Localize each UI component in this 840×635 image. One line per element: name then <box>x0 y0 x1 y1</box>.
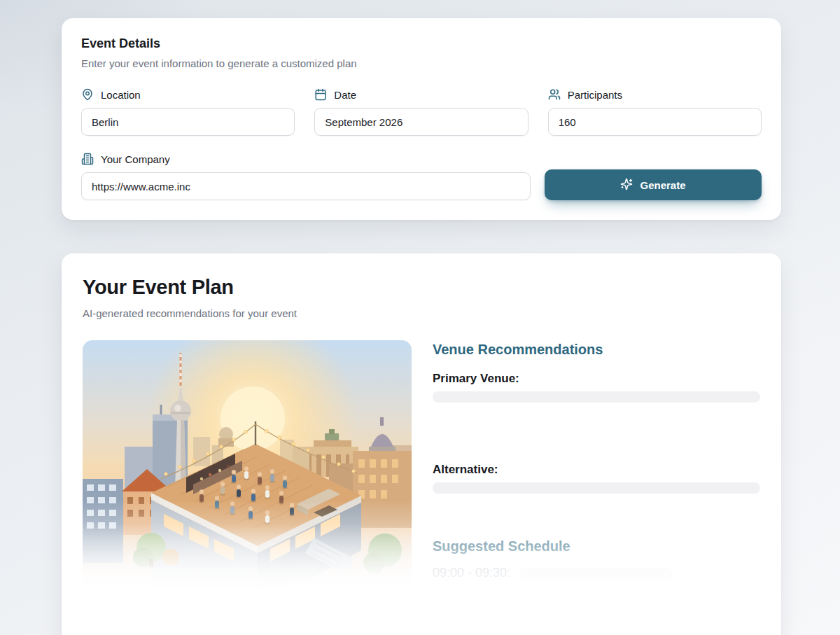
generate-button[interactable]: Generate <box>545 169 762 200</box>
building-icon <box>81 153 94 165</box>
primary-venue-label: Primary Venue: <box>433 372 760 386</box>
event-plan-title: Your Event Plan <box>83 276 760 299</box>
alternative-venue-skeleton <box>433 482 760 494</box>
date-input[interactable] <box>314 108 528 136</box>
event-plan-subtitle: AI-generated recommendations for your ev… <box>83 307 760 319</box>
calendar-icon <box>314 88 327 101</box>
date-label-text: Date <box>334 89 356 101</box>
participants-label: Participants <box>548 88 762 101</box>
event-details-title: Event Details <box>81 36 762 51</box>
users-icon <box>548 88 561 101</box>
company-label-text: Your Company <box>101 153 170 165</box>
map-pin-icon <box>81 88 94 101</box>
suggested-schedule-heading: Suggested Schedule <box>433 538 760 554</box>
schedule-slot-time: 09:00 - 09:30: <box>433 566 510 580</box>
primary-venue-skeleton <box>433 391 760 403</box>
schedule-slot-row: 09:00 - 09:30: <box>433 566 760 580</box>
participants-label-text: Participants <box>568 89 622 101</box>
event-details-subtitle: Enter your event information to generate… <box>81 57 762 69</box>
date-field-group: Date <box>314 88 528 136</box>
event-details-card: Event Details Enter your event informati… <box>62 18 781 220</box>
location-field-group: Location <box>81 88 295 136</box>
company-input[interactable] <box>81 172 531 200</box>
alternative-venue-label: Alternative: <box>433 463 760 477</box>
event-fields-row: Location Date Participants <box>81 88 762 136</box>
berlin-rooftop-party-illustration <box>83 340 412 589</box>
recommendations-column: Venue Recommendations Primary Venue: Alt… <box>433 340 760 589</box>
location-label-text: Location <box>101 89 141 101</box>
venue-recommendations-heading: Venue Recommendations <box>433 342 760 358</box>
event-plan-card: Your Event Plan AI-generated recommendat… <box>62 253 781 635</box>
company-field-group: Your Company <box>81 153 531 200</box>
location-label: Location <box>81 88 295 101</box>
location-input[interactable] <box>81 108 295 136</box>
event-plan-body: Venue Recommendations Primary Venue: Alt… <box>83 340 760 589</box>
schedule-slot-skeleton <box>519 568 673 580</box>
company-row: Your Company Generate <box>81 153 762 200</box>
generate-button-label: Generate <box>640 179 685 191</box>
participants-field-group: Participants <box>548 88 762 136</box>
date-label: Date <box>314 88 528 101</box>
participants-input[interactable] <box>548 108 762 136</box>
sparkles-icon <box>620 178 633 193</box>
company-label: Your Company <box>81 153 531 165</box>
